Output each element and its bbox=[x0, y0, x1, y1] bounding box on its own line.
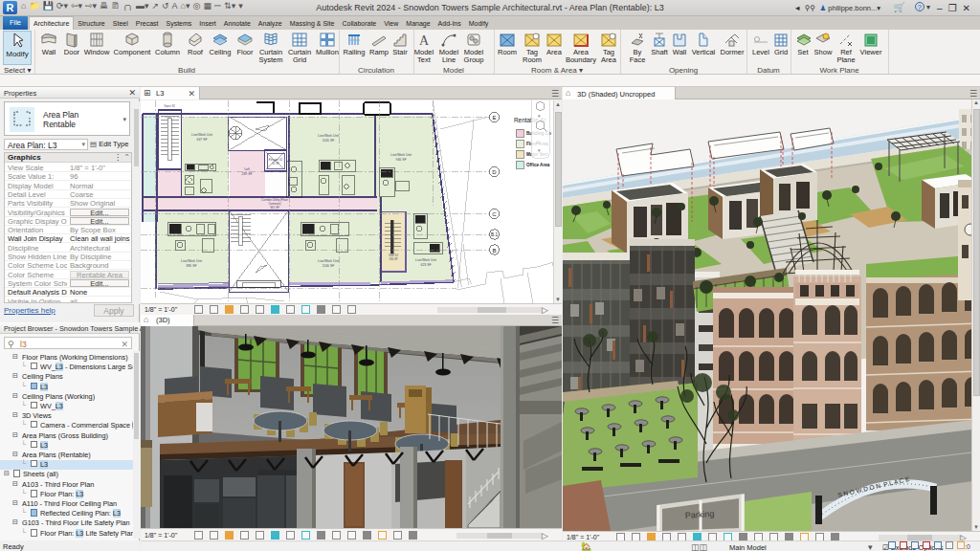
svg-text:⌂: ⌂ bbox=[536, 139, 540, 144]
svg-text:1145 SF: 1145 SF bbox=[323, 139, 335, 143]
svg-text:Live/Work Unit: Live/Work Unit bbox=[415, 258, 436, 262]
svg-text:Live/Work Unit: Live/Work Unit bbox=[318, 134, 339, 138]
svg-text:647 SF: 647 SF bbox=[197, 138, 208, 142]
svg-text:D: D bbox=[492, 169, 497, 175]
svg-text:A: A bbox=[419, 33, 430, 48]
svg-text:C: C bbox=[492, 211, 497, 217]
svg-text:45 SF: 45 SF bbox=[272, 162, 279, 165]
svg-text:296 SF: 296 SF bbox=[389, 257, 397, 261]
svg-text:289 SF: 289 SF bbox=[242, 172, 253, 176]
svg-text:Tower S2: Tower S2 bbox=[164, 104, 175, 108]
svg-text:Loft: Loft bbox=[244, 167, 250, 171]
svg-text:Live/Work Unit: Live/Work Unit bbox=[390, 153, 412, 157]
svg-text:B: B bbox=[492, 248, 496, 253]
svg-text:Live/Work Unit: Live/Work Unit bbox=[318, 259, 339, 263]
svg-text:623 SF: 623 SF bbox=[421, 263, 432, 267]
svg-text:885 SF: 885 SF bbox=[187, 264, 197, 268]
svg-text:941 SF: 941 SF bbox=[270, 206, 279, 209]
svg-text:B.1: B.1 bbox=[491, 232, 498, 237]
svg-text:Parking: Parking bbox=[684, 509, 714, 520]
svg-text:Live/Work Unit: Live/Work Unit bbox=[191, 133, 212, 137]
svg-text:Live/Work Unit: Live/Work Unit bbox=[181, 259, 202, 263]
svg-text:Office Area: Office Area bbox=[526, 163, 550, 167]
svg-text:946 SF: 946 SF bbox=[396, 158, 407, 162]
svg-text:1140 SF: 1140 SF bbox=[323, 264, 335, 268]
svg-text:E: E bbox=[492, 115, 496, 121]
